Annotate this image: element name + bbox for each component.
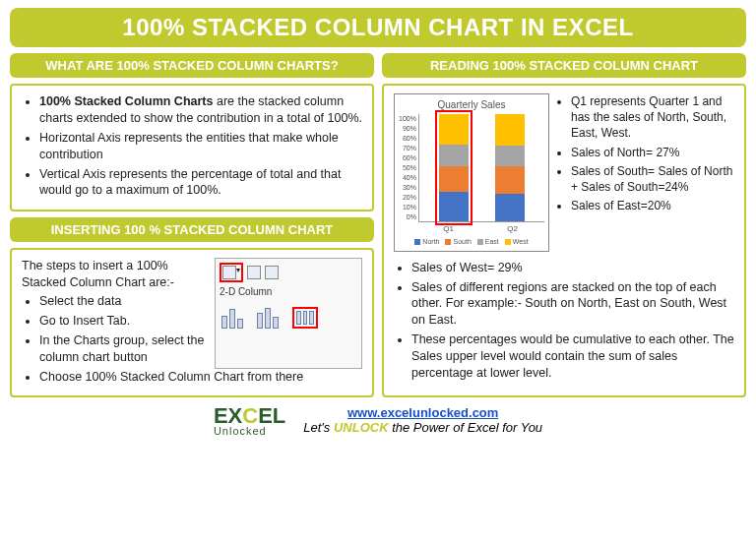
chart-xlabels: Q1Q2	[399, 224, 544, 235]
website-link[interactable]: www.excelunlocked.com	[347, 405, 498, 420]
def-bold: 100% Stacked Column Charts	[39, 94, 213, 108]
chart-title: Quarterly Sales	[399, 98, 544, 112]
insert-box: The steps to insert a 100% Stacked Colum…	[10, 248, 374, 397]
reading-1: Q1 represents Quarter 1 and has the sale…	[571, 93, 734, 142]
bar-q2	[495, 114, 525, 221]
reading-2: Sales of North= 27%	[571, 145, 734, 160]
column-chart-button-icon	[222, 266, 236, 279]
tagline: Let's UNLOCK the Power of Excel for You	[303, 420, 542, 435]
quarterly-sales-chart: Quarterly Sales 100%90%80%70%60%50%40%30…	[394, 93, 549, 252]
section-header-what: WHAT ARE 100% STACKED COLUMN CHARTS?	[10, 53, 374, 78]
ribbon-group-label: 2-D Column	[220, 285, 357, 299]
bar-q1	[439, 114, 469, 221]
step-2: Go to Insert Tab.	[39, 313, 207, 330]
stacked-100-column-icon	[292, 307, 318, 329]
excel-ribbon-screenshot: ▾ 2-D Column	[215, 258, 362, 368]
definition-box: 100% Stacked Column Charts are the stack…	[10, 84, 374, 211]
logo: EXCEL Unlocked	[214, 403, 285, 437]
clustered-column-icon	[221, 307, 247, 329]
reading-3: Sales of South= Sales of North + Sales o…	[571, 163, 734, 195]
section-header-insert: INSERTING 100 % STACKED COLUMN CHART	[10, 217, 374, 242]
reading-7: These percentages would be cumulative to…	[411, 332, 734, 382]
right-column: READING 100% STACKED COLUMN CHART Quarte…	[382, 53, 746, 397]
left-column: WHAT ARE 100% STACKED COLUMN CHARTS? 100…	[10, 53, 374, 397]
chart-plot	[418, 114, 544, 222]
reading-6: Sales of different regions are stacked o…	[411, 279, 734, 330]
step-1: Select the data	[39, 293, 207, 310]
reading-list-top: Q1 represents Quarter 1 and has the sale…	[557, 93, 734, 252]
footer: EXCEL Unlocked www.excelunlocked.com Let…	[10, 403, 746, 437]
insert-intro: The steps to insert a 100% Stacked Colum…	[22, 258, 207, 291]
def-bullet-3: Vertical Axis represents the percentage …	[39, 166, 362, 200]
reading-box: Quarterly Sales 100%90%80%70%60%50%40%30…	[382, 84, 746, 397]
page-title: 100% STACKED COLUMN CHART IN EXCEL	[10, 8, 746, 47]
stacked-column-icon	[257, 307, 283, 329]
section-header-reading: READING 100% STACKED COLUMN CHART	[382, 53, 746, 78]
reading-5: Sales of West= 29%	[411, 260, 734, 276]
reading-4: Sales of East=20%	[571, 198, 734, 213]
step-4: Choose 100% Stacked Column Chart from th…	[39, 369, 362, 386]
def-bullet-1: 100% Stacked Column Charts are the stack…	[39, 93, 362, 127]
chart-icon	[265, 266, 279, 279]
step-3: In the Charts group, select the column c…	[39, 332, 207, 366]
def-bullet-2: Horizontal Axis represents the entities …	[39, 130, 362, 163]
chart-icon	[247, 266, 261, 279]
chart-yaxis: 100%90%80%70%60%50%40%30%20%10%0%	[399, 114, 418, 222]
chart-legend: North South East West	[399, 237, 544, 246]
